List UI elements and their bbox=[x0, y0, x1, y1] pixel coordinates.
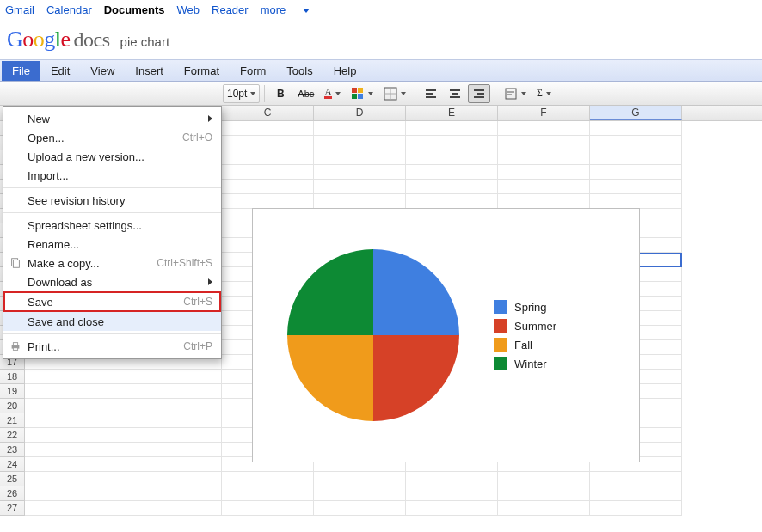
menu-form[interactable]: Form bbox=[230, 61, 276, 81]
row-header[interactable]: 22 bbox=[0, 428, 25, 443]
row-header[interactable]: 20 bbox=[0, 399, 25, 413]
menu-item-revision-history[interactable]: See revision history bbox=[3, 191, 221, 210]
cell[interactable] bbox=[222, 194, 314, 209]
menu-item-new[interactable]: New bbox=[3, 109, 221, 128]
cell[interactable] bbox=[222, 165, 314, 180]
cell[interactable] bbox=[314, 121, 406, 136]
cell[interactable] bbox=[406, 501, 498, 516]
menu-item-open[interactable]: Open...Ctrl+O bbox=[3, 128, 221, 147]
spreadsheet-grid[interactable]: C D E F G 252525251718192021222324252627… bbox=[0, 106, 762, 524]
align-right-button[interactable] bbox=[468, 84, 490, 103]
row-header[interactable]: 26 bbox=[0, 486, 25, 501]
cell[interactable] bbox=[590, 150, 682, 165]
cell[interactable] bbox=[314, 472, 406, 486]
cell[interactable] bbox=[222, 150, 314, 165]
strike-button[interactable]: Abc bbox=[293, 84, 318, 103]
font-size-select[interactable]: 10pt bbox=[223, 84, 260, 103]
nav-documents[interactable]: Documents bbox=[104, 3, 165, 16]
wrap-button[interactable] bbox=[500, 84, 531, 103]
nav-web[interactable]: Web bbox=[177, 3, 200, 16]
menu-item-upload[interactable]: Upload a new version... bbox=[3, 147, 221, 166]
document-title[interactable]: pie chart bbox=[120, 34, 170, 49]
menu-edit[interactable]: Edit bbox=[40, 61, 80, 81]
menu-view[interactable]: View bbox=[80, 61, 125, 81]
menu-tools[interactable]: Tools bbox=[276, 61, 323, 81]
grid-row[interactable]: 25 bbox=[0, 472, 762, 486]
cell[interactable] bbox=[590, 486, 682, 501]
cell[interactable] bbox=[222, 472, 314, 486]
pie-chart[interactable]: Spring Summer Fall Winter bbox=[252, 208, 640, 462]
menu-insert[interactable]: Insert bbox=[125, 61, 174, 81]
nav-calendar[interactable]: Calendar bbox=[46, 3, 92, 16]
menu-item-download-as[interactable]: Download as bbox=[3, 272, 221, 291]
cell[interactable] bbox=[314, 180, 406, 194]
cell[interactable] bbox=[590, 180, 682, 194]
nav-reader[interactable]: Reader bbox=[212, 3, 249, 16]
menu-item-spreadsheet-settings[interactable]: Spreadsheet settings... bbox=[3, 216, 221, 235]
col-header-d[interactable]: D bbox=[314, 106, 406, 120]
cell[interactable] bbox=[406, 165, 498, 180]
cell[interactable] bbox=[590, 165, 682, 180]
menu-item-save-and-close[interactable]: Save and close bbox=[3, 312, 221, 331]
cell[interactable] bbox=[498, 150, 590, 165]
cell[interactable] bbox=[590, 501, 682, 516]
cell[interactable] bbox=[222, 486, 314, 501]
cell[interactable] bbox=[590, 472, 682, 486]
cell[interactable] bbox=[498, 472, 590, 486]
cell[interactable] bbox=[406, 150, 498, 165]
cell[interactable] bbox=[406, 194, 498, 209]
menu-format[interactable]: Format bbox=[174, 61, 230, 81]
align-left-button[interactable] bbox=[420, 84, 442, 103]
cell[interactable] bbox=[222, 121, 314, 136]
cell[interactable] bbox=[406, 180, 498, 194]
cell[interactable] bbox=[590, 121, 682, 136]
nav-gmail[interactable]: Gmail bbox=[5, 3, 34, 16]
cell[interactable] bbox=[406, 472, 498, 486]
nav-more[interactable]: more bbox=[261, 3, 322, 16]
menu-item-save[interactable]: SaveCtrl+S bbox=[3, 291, 221, 312]
col-header-c[interactable]: C bbox=[222, 106, 314, 120]
cell[interactable] bbox=[498, 180, 590, 194]
grid-row[interactable]: 27 bbox=[0, 501, 762, 516]
cell[interactable] bbox=[314, 136, 406, 150]
cell[interactable] bbox=[314, 150, 406, 165]
menu-item-import[interactable]: Import... bbox=[3, 166, 221, 185]
borders-button[interactable] bbox=[379, 84, 410, 103]
col-header-e[interactable]: E bbox=[406, 106, 498, 120]
row-header[interactable]: 24 bbox=[0, 457, 25, 472]
row-header[interactable]: 21 bbox=[0, 413, 25, 428]
row-header[interactable]: 27 bbox=[0, 501, 25, 516]
row-header[interactable]: 25 bbox=[0, 472, 25, 486]
cell[interactable] bbox=[406, 136, 498, 150]
row-header[interactable]: 18 bbox=[0, 370, 25, 384]
cell[interactable] bbox=[314, 486, 406, 501]
cell[interactable] bbox=[498, 165, 590, 180]
fill-color-button[interactable] bbox=[347, 84, 378, 103]
row-header[interactable]: 19 bbox=[0, 384, 25, 399]
cell[interactable] bbox=[222, 136, 314, 150]
cell[interactable] bbox=[314, 165, 406, 180]
menu-file[interactable]: File bbox=[2, 61, 40, 81]
cell[interactable] bbox=[406, 486, 498, 501]
cell[interactable] bbox=[498, 501, 590, 516]
col-header-f[interactable]: F bbox=[498, 106, 590, 120]
cell[interactable] bbox=[498, 486, 590, 501]
menu-help[interactable]: Help bbox=[323, 61, 367, 81]
cell[interactable] bbox=[222, 180, 314, 194]
menu-item-make-copy[interactable]: Make a copy...Ctrl+Shift+S bbox=[3, 254, 221, 272]
menu-item-print[interactable]: Print...Ctrl+P bbox=[3, 337, 221, 356]
cell[interactable] bbox=[498, 121, 590, 136]
text-color-button[interactable]: A bbox=[320, 84, 345, 103]
align-center-button[interactable] bbox=[444, 84, 466, 103]
bold-button[interactable]: B bbox=[269, 84, 292, 103]
cell[interactable] bbox=[590, 136, 682, 150]
col-header-g[interactable]: G bbox=[590, 106, 682, 120]
row-header[interactable]: 23 bbox=[0, 443, 25, 457]
cell[interactable] bbox=[498, 136, 590, 150]
grid-row[interactable]: 26 bbox=[0, 486, 762, 501]
formula-button[interactable]: Σ bbox=[532, 84, 556, 103]
cell[interactable] bbox=[222, 501, 314, 516]
menu-item-rename[interactable]: Rename... bbox=[3, 235, 221, 254]
cell[interactable] bbox=[314, 501, 406, 516]
cell[interactable] bbox=[590, 194, 682, 209]
